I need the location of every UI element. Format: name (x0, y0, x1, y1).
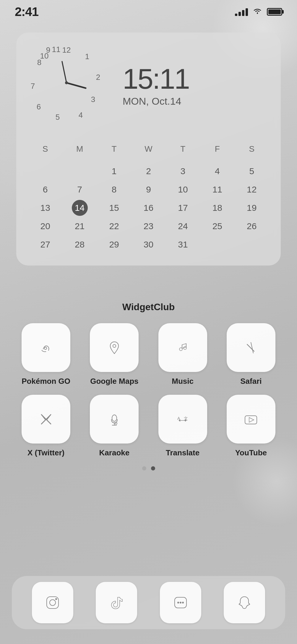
page-dot-1 (142, 466, 146, 470)
svg-text:2: 2 (96, 73, 100, 82)
svg-text:10: 10 (40, 51, 49, 60)
dock-snapchat[interactable] (224, 582, 265, 623)
cal-day-16: 16 (131, 199, 165, 217)
cal-header-s2: S (235, 142, 269, 156)
svg-point-37 (55, 598, 57, 600)
dock-line[interactable] (160, 582, 201, 623)
cal-day-25: 25 (200, 217, 234, 235)
app-label-translate: Translate (166, 448, 199, 457)
cal-day-13: 13 (28, 199, 62, 217)
app-grid: Pokémon GO Google Maps (15, 323, 282, 457)
cal-header-w: W (131, 142, 165, 156)
app-label-safari: Safari (240, 377, 262, 386)
page-dot-2 (151, 466, 155, 470)
app-item-pokemon-go[interactable]: Pokémon GO (15, 323, 77, 386)
signal-icon (235, 8, 248, 16)
cal-day-28: 28 (62, 235, 97, 254)
cal-day-8: 8 (97, 180, 131, 199)
cal-day-empty (62, 162, 97, 180)
cal-day-15: 15 (97, 199, 131, 217)
karaoke-icon (90, 395, 139, 444)
cal-day-2: 2 (131, 162, 165, 180)
svg-point-16 (44, 347, 47, 349)
cal-day-7: 7 (62, 180, 97, 199)
widget-container: 12 1 2 3 4 5 6 7 8 9 10 11 (16, 33, 281, 266)
svg-text:4: 4 (79, 111, 83, 119)
translate-icon: A 文 (158, 395, 207, 444)
cal-day-5: 5 (235, 162, 269, 180)
app-item-youtube[interactable]: YouTube (220, 395, 282, 457)
cal-day-empty (200, 235, 234, 254)
app-label-youtube: YouTube (235, 448, 267, 457)
app-item-music[interactable]: Music (152, 323, 214, 386)
app-item-safari[interactable]: Safari (220, 323, 282, 386)
cal-day-12: 12 (235, 180, 269, 199)
app-label-karaoke: Karaoke (99, 448, 130, 457)
cal-day-27: 27 (28, 235, 62, 254)
svg-text:1: 1 (85, 52, 89, 61)
analog-clock: 12 1 2 3 4 5 6 7 8 9 10 11 (28, 44, 111, 127)
cal-day-empty (28, 162, 62, 180)
cal-day-21: 21 (62, 217, 97, 235)
calendar-widget: S M T W T F S 1 2 3 4 5 6 7 8 9 10 11 12 (28, 142, 269, 254)
app-item-karaoke[interactable]: Karaoke (83, 395, 145, 457)
dock (12, 576, 285, 629)
svg-text:12: 12 (62, 46, 71, 54)
cal-day-23: 23 (131, 217, 165, 235)
digital-time-section: 15:11 MON, Oct.14 (123, 65, 269, 107)
cal-header-t1: T (97, 142, 131, 156)
svg-point-39 (177, 602, 179, 603)
svg-rect-33 (245, 416, 257, 424)
app-item-google-maps[interactable]: Google Maps (83, 323, 145, 386)
calendar-header: S M T W T F S (28, 142, 269, 156)
dock-instagram[interactable] (32, 582, 73, 623)
app-item-x-twitter[interactable]: X (Twitter) (15, 395, 77, 457)
app-label-pokemon-go: Pokémon GO (22, 377, 70, 386)
cal-day-20: 20 (28, 217, 62, 235)
svg-point-36 (50, 600, 56, 606)
svg-line-14 (62, 62, 66, 83)
battery-icon (267, 8, 282, 16)
svg-line-13 (66, 83, 86, 88)
cal-day-18: 18 (200, 199, 234, 217)
apps-section: WidgetClub Pokémon GO Google Maps (0, 302, 297, 473)
svg-text:7: 7 (31, 82, 35, 90)
google-maps-icon (90, 323, 139, 372)
svg-point-27 (115, 423, 117, 424)
wifi-icon (253, 7, 262, 17)
cal-day-17: 17 (166, 199, 200, 217)
status-bar: 2:41 (0, 0, 297, 24)
cal-day-26: 26 (235, 217, 269, 235)
clock-widget: 12 1 2 3 4 5 6 7 8 9 10 11 (28, 44, 269, 127)
calendar-grid: 1 2 3 4 5 6 7 8 9 10 11 12 13 14 15 16 1… (28, 162, 269, 254)
digital-time: 15:11 (123, 65, 269, 93)
dock-tiktok[interactable] (96, 582, 137, 623)
cal-day-10: 10 (166, 180, 200, 199)
svg-point-41 (182, 602, 184, 603)
cal-day-30: 30 (131, 235, 165, 254)
cal-day-19: 19 (235, 199, 269, 217)
svg-point-40 (180, 602, 181, 603)
svg-marker-34 (249, 418, 254, 422)
page-dots (15, 466, 282, 470)
cal-day-1: 1 (97, 162, 131, 180)
cal-day-3: 3 (166, 162, 200, 180)
cal-day-11: 11 (200, 180, 234, 199)
app-item-translate[interactable]: A 文 Translate (152, 395, 214, 457)
cal-header-m: M (62, 142, 97, 156)
cal-header-t2: T (166, 142, 200, 156)
digital-date: MON, Oct.14 (123, 96, 269, 107)
svg-point-24 (112, 415, 117, 421)
cal-day-14-today: 14 (72, 200, 88, 216)
svg-text:5: 5 (56, 113, 60, 121)
app-label-x-twitter: X (Twitter) (27, 448, 64, 457)
cal-day-9: 9 (131, 180, 165, 199)
status-time: 2:41 (15, 5, 38, 19)
x-twitter-icon (22, 395, 70, 444)
youtube-icon (227, 395, 275, 444)
svg-text:6: 6 (37, 102, 41, 111)
cal-day-6: 6 (28, 180, 62, 199)
cal-header-s1: S (28, 142, 62, 156)
cal-day-22: 22 (97, 217, 131, 235)
cal-day-31: 31 (166, 235, 200, 254)
